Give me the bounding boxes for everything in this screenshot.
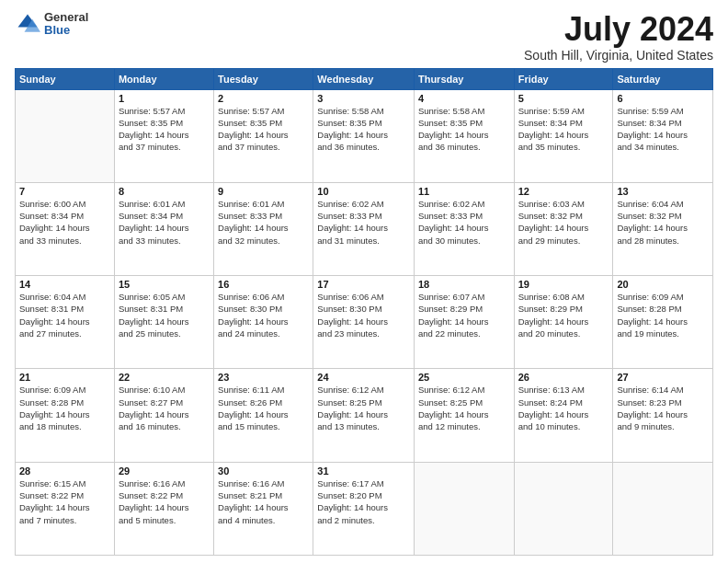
calendar-cell: 13Sunrise: 6:04 AM Sunset: 8:32 PM Dayli… [613,182,713,275]
day-number: 24 [317,372,410,383]
day-number: 10 [317,186,410,197]
calendar-cell: 3Sunrise: 5:58 AM Sunset: 8:35 PM Daylig… [313,89,415,182]
day-info: Sunrise: 6:16 AM Sunset: 8:21 PM Dayligh… [218,477,309,526]
day-info: Sunrise: 6:03 AM Sunset: 8:32 PM Dayligh… [518,198,609,247]
day-number: 9 [218,186,309,197]
day-number: 25 [418,372,510,383]
calendar-cell: 26Sunrise: 6:13 AM Sunset: 8:24 PM Dayli… [514,369,613,462]
calendar-cell [613,462,713,555]
calendar-cell: 31Sunrise: 6:17 AM Sunset: 8:20 PM Dayli… [313,462,415,555]
day-number: 12 [518,186,609,197]
calendar-cell: 8Sunrise: 6:01 AM Sunset: 8:34 PM Daylig… [114,182,213,275]
day-info: Sunrise: 6:13 AM Sunset: 8:24 PM Dayligh… [518,384,609,432]
calendar-cell: 23Sunrise: 6:11 AM Sunset: 8:26 PM Dayli… [214,369,313,462]
day-number: 11 [418,186,510,197]
day-info: Sunrise: 6:06 AM Sunset: 8:30 PM Dayligh… [317,291,410,339]
day-info: Sunrise: 6:15 AM Sunset: 8:22 PM Dayligh… [19,477,110,526]
day-number: 14 [19,279,110,290]
day-info: Sunrise: 6:12 AM Sunset: 8:25 PM Dayligh… [317,384,410,432]
calendar-cell: 28Sunrise: 6:15 AM Sunset: 8:22 PM Dayli… [16,462,115,555]
day-number: 13 [617,186,709,197]
calendar-cell: 5Sunrise: 5:59 AM Sunset: 8:34 PM Daylig… [514,89,613,182]
calendar-cell: 1Sunrise: 5:57 AM Sunset: 8:35 PM Daylig… [114,89,213,182]
calendar-cell: 16Sunrise: 6:06 AM Sunset: 8:30 PM Dayli… [214,276,313,369]
day-number: 19 [518,279,609,290]
week-row-3: 14Sunrise: 6:04 AM Sunset: 8:31 PM Dayli… [16,276,713,369]
th-saturday: Saturday [613,68,713,89]
week-row-5: 28Sunrise: 6:15 AM Sunset: 8:22 PM Dayli… [16,462,713,555]
day-number: 23 [218,372,309,383]
day-number: 18 [418,279,510,290]
calendar-cell: 21Sunrise: 6:09 AM Sunset: 8:28 PM Dayli… [16,369,115,462]
header-row: Sunday Monday Tuesday Wednesday Thursday… [16,68,713,89]
calendar-cell: 24Sunrise: 6:12 AM Sunset: 8:25 PM Dayli… [313,369,415,462]
day-info: Sunrise: 6:14 AM Sunset: 8:23 PM Dayligh… [617,384,709,432]
day-info: Sunrise: 6:12 AM Sunset: 8:25 PM Dayligh… [418,384,510,432]
calendar-cell: 14Sunrise: 6:04 AM Sunset: 8:31 PM Dayli… [16,276,115,369]
calendar-cell: 27Sunrise: 6:14 AM Sunset: 8:23 PM Dayli… [613,369,713,462]
day-number: 30 [218,465,309,477]
day-info: Sunrise: 5:58 AM Sunset: 8:35 PM Dayligh… [317,105,410,154]
th-sunday: Sunday [16,68,115,89]
day-info: Sunrise: 6:01 AM Sunset: 8:33 PM Dayligh… [218,198,309,247]
page: General Blue July 2024 South Hill, Virgi… [0,0,728,563]
title-block: July 2024 South Hill, Virginia, United S… [524,11,713,63]
day-number: 29 [119,465,210,477]
th-tuesday: Tuesday [214,68,313,89]
day-info: Sunrise: 6:00 AM Sunset: 8:34 PM Dayligh… [19,198,110,247]
calendar-cell: 12Sunrise: 6:03 AM Sunset: 8:32 PM Dayli… [514,182,613,275]
day-number: 7 [19,186,110,197]
logo-icon [15,11,40,37]
calendar-cell: 6Sunrise: 5:59 AM Sunset: 8:34 PM Daylig… [613,89,713,182]
week-row-2: 7Sunrise: 6:00 AM Sunset: 8:34 PM Daylig… [16,182,713,275]
calendar-cell: 25Sunrise: 6:12 AM Sunset: 8:25 PM Dayli… [414,369,514,462]
th-friday: Friday [514,68,613,89]
day-info: Sunrise: 5:59 AM Sunset: 8:34 PM Dayligh… [617,105,709,154]
day-info: Sunrise: 6:05 AM Sunset: 8:31 PM Dayligh… [119,291,210,339]
day-info: Sunrise: 5:59 AM Sunset: 8:34 PM Dayligh… [518,105,609,154]
day-number: 5 [518,93,609,104]
calendar-cell: 29Sunrise: 6:16 AM Sunset: 8:22 PM Dayli… [114,462,213,555]
day-number: 20 [617,279,709,290]
day-info: Sunrise: 6:16 AM Sunset: 8:22 PM Dayligh… [119,477,210,526]
day-info: Sunrise: 6:04 AM Sunset: 8:31 PM Dayligh… [19,291,110,339]
calendar-cell: 9Sunrise: 6:01 AM Sunset: 8:33 PM Daylig… [214,182,313,275]
day-number: 22 [119,372,210,383]
logo-text: General Blue [44,11,88,38]
calendar-cell: 30Sunrise: 6:16 AM Sunset: 8:21 PM Dayli… [214,462,313,555]
calendar-cell: 20Sunrise: 6:09 AM Sunset: 8:28 PM Dayli… [613,276,713,369]
calendar-cell [16,89,115,182]
day-number: 17 [317,279,410,290]
calendar-cell: 11Sunrise: 6:02 AM Sunset: 8:33 PM Dayli… [414,182,514,275]
calendar-table: Sunday Monday Tuesday Wednesday Thursday… [15,68,713,556]
main-title: July 2024 [524,11,713,48]
logo: General Blue [15,11,88,38]
th-monday: Monday [114,68,213,89]
day-info: Sunrise: 6:11 AM Sunset: 8:26 PM Dayligh… [218,384,309,432]
day-number: 6 [617,93,709,104]
day-number: 16 [218,279,309,290]
day-info: Sunrise: 5:57 AM Sunset: 8:35 PM Dayligh… [119,105,210,154]
calendar-body: 1Sunrise: 5:57 AM Sunset: 8:35 PM Daylig… [16,89,713,555]
calendar-cell [514,462,613,555]
calendar-cell [414,462,514,555]
calendar-cell: 18Sunrise: 6:07 AM Sunset: 8:29 PM Dayli… [414,276,514,369]
day-info: Sunrise: 6:06 AM Sunset: 8:30 PM Dayligh… [218,291,309,339]
day-number: 3 [317,93,410,104]
week-row-4: 21Sunrise: 6:09 AM Sunset: 8:28 PM Dayli… [16,369,713,462]
day-info: Sunrise: 6:10 AM Sunset: 8:27 PM Dayligh… [119,384,210,432]
calendar-cell: 19Sunrise: 6:08 AM Sunset: 8:29 PM Dayli… [514,276,613,369]
day-number: 8 [119,186,210,197]
calendar-cell: 7Sunrise: 6:00 AM Sunset: 8:34 PM Daylig… [16,182,115,275]
day-info: Sunrise: 6:02 AM Sunset: 8:33 PM Dayligh… [418,198,510,247]
calendar-cell: 17Sunrise: 6:06 AM Sunset: 8:30 PM Dayli… [313,276,415,369]
calendar-header: Sunday Monday Tuesday Wednesday Thursday… [16,68,713,89]
day-number: 1 [119,93,210,104]
day-number: 21 [19,372,110,383]
calendar-cell: 22Sunrise: 6:10 AM Sunset: 8:27 PM Dayli… [114,369,213,462]
day-number: 28 [19,465,110,477]
subtitle: South Hill, Virginia, United States [524,48,713,63]
calendar-cell: 4Sunrise: 5:58 AM Sunset: 8:35 PM Daylig… [414,89,514,182]
header: General Blue July 2024 South Hill, Virgi… [15,11,713,63]
logo-blue-text: Blue [44,24,88,37]
